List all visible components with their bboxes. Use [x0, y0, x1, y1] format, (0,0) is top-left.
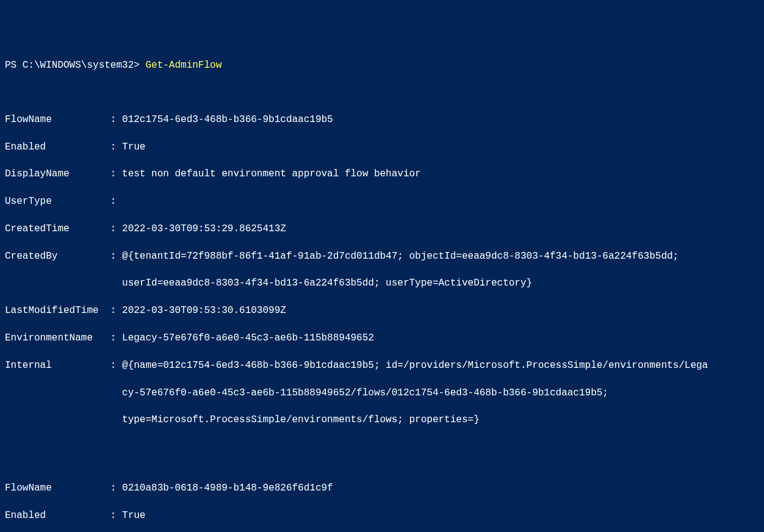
prompt-command: Get-AdminFlow	[145, 60, 222, 71]
value-internal-l1: @{name=012c1754-6ed3-468b-b366-9b1cdaac1…	[122, 359, 708, 372]
value-displayname: test non default environment approval fl…	[122, 167, 421, 181]
label-internal: Internal	[5, 359, 110, 372]
output-record-0: FlowName: 012c1754-6ed3-468b-b366-9b1cda…	[5, 99, 764, 440]
colon: :	[110, 304, 122, 317]
label-createdtime: CreatedTime	[5, 222, 110, 235]
colon: :	[110, 167, 122, 181]
colon: :	[110, 359, 122, 372]
value-flowname: 012c1754-6ed3-468b-b366-9b1cdaac19b5	[122, 113, 333, 126]
label-enabled: Enabled	[5, 509, 110, 522]
label-flowname: FlowName	[5, 113, 110, 126]
label-flowname: FlowName	[5, 481, 110, 495]
value-flowname: 0210a83b-0618-4989-b148-9e826f6d1c9f	[122, 481, 333, 495]
value-lastmodifiedtime: 2022-03-30T09:53:30.6103099Z	[122, 304, 286, 317]
value-createdby-l1: @{tenantId=72f988bf-86f1-41af-91ab-2d7cd…	[122, 250, 679, 263]
colon: :	[110, 509, 122, 522]
label-environmentname: EnvironmentName	[5, 331, 110, 345]
value-createdby-l2: userId=eeaa9dc8-8303-4f34-bd13-6a224f63b…	[122, 276, 532, 290]
colon: :	[110, 195, 122, 208]
value-internal-l3: type=Microsoft.ProcessSimple/environment…	[122, 413, 480, 426]
colon: :	[110, 222, 122, 235]
value-internal-l2: cy-57e676f0-a6e0-45c3-ae6b-115b88949652/…	[122, 386, 608, 400]
label-enabled: Enabled	[5, 140, 110, 154]
label-lastmodifiedtime: LastModifiedTime	[5, 304, 110, 317]
colon: :	[110, 331, 122, 345]
colon: :	[110, 481, 122, 495]
value-enabled: True	[122, 509, 145, 522]
colon: :	[110, 140, 122, 154]
output-record-1: FlowName: 0210a83b-0618-4989-b148-9e826f…	[5, 468, 764, 533]
value-createdtime: 2022-03-30T09:53:29.8625413Z	[122, 222, 286, 235]
label-usertype: UserType	[5, 195, 110, 208]
value-environmentname: Legacy-57e676f0-a6e0-45c3-ae6b-115b88949…	[122, 331, 374, 345]
label-displayname: DisplayName	[5, 167, 110, 181]
label-createdby: CreatedBy	[5, 250, 110, 263]
prompt-prefix: PS C:\WINDOWS\system32>	[5, 60, 145, 71]
colon: :	[110, 113, 122, 126]
value-enabled: True	[122, 140, 145, 154]
colon: :	[110, 250, 122, 263]
prompt-line[interactable]: PS C:\WINDOWS\system32> Get-AdminFlow	[5, 59, 764, 72]
